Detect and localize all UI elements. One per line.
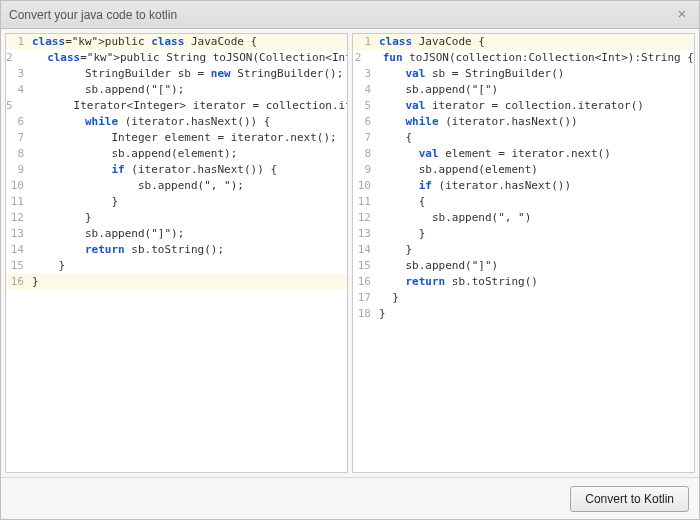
code-line[interactable]: 14 return sb.toString(); <box>6 242 347 258</box>
code-text: } <box>377 226 425 242</box>
code-text: val element = iterator.next() <box>377 146 611 162</box>
convert-dialog: Convert your java code to kotlin × 1clas… <box>0 0 700 520</box>
code-line[interactable]: 7 Integer element = iterator.next(); <box>6 130 347 146</box>
line-number: 1 <box>6 34 30 50</box>
code-text: StringBuilder sb = new StringBuilder(); <box>30 66 343 82</box>
dialog-titlebar: Convert your java code to kotlin × <box>1 1 699 29</box>
code-line[interactable]: 15 } <box>6 258 347 274</box>
dialog-body: 1class="kw">public class JavaCode {2 cla… <box>1 29 699 477</box>
code-line[interactable]: 9 if (iterator.hasNext()) { <box>6 162 347 178</box>
line-number: 3 <box>353 66 377 82</box>
line-number: 10 <box>6 178 30 194</box>
line-number: 10 <box>353 178 377 194</box>
code-text: class JavaCode { <box>377 34 485 50</box>
line-number: 7 <box>6 130 30 146</box>
code-text: } <box>377 290 399 306</box>
line-number: 6 <box>6 114 30 130</box>
line-number: 12 <box>6 210 30 226</box>
code-line[interactable]: 3 val sb = StringBuilder() <box>353 66 694 82</box>
code-line[interactable]: 11 } <box>6 194 347 210</box>
code-line[interactable]: 4 sb.append("[") <box>353 82 694 98</box>
line-number: 12 <box>353 210 377 226</box>
line-number: 16 <box>353 274 377 290</box>
code-line[interactable]: 13 } <box>353 226 694 242</box>
line-number: 7 <box>353 130 377 146</box>
code-text: sb.append(element) <box>377 162 538 178</box>
kotlin-editor[interactable]: 1class JavaCode {2 fun toJSON(collection… <box>352 33 695 473</box>
code-line[interactable]: 12 } <box>6 210 347 226</box>
code-line[interactable]: 1class="kw">public class JavaCode { <box>6 34 347 50</box>
code-text: } <box>377 242 412 258</box>
code-text: sb.append("["); <box>30 82 184 98</box>
line-number: 5 <box>6 98 19 114</box>
code-line[interactable]: 13 sb.append("]"); <box>6 226 347 242</box>
code-text: } <box>30 210 92 226</box>
line-number: 8 <box>6 146 30 162</box>
code-line[interactable]: 6 while (iterator.hasNext()) <box>353 114 694 130</box>
code-text: { <box>377 130 412 146</box>
code-text: return sb.toString() <box>377 274 538 290</box>
code-line[interactable]: 8 sb.append(element); <box>6 146 347 162</box>
code-text: while (iterator.hasNext()) <box>377 114 578 130</box>
code-line[interactable]: 4 sb.append("["); <box>6 82 347 98</box>
dialog-footer: Convert to Kotlin <box>1 477 699 519</box>
code-line[interactable]: 17 } <box>353 290 694 306</box>
code-line[interactable]: 15 sb.append("]") <box>353 258 694 274</box>
code-line[interactable]: 18} <box>353 306 694 322</box>
code-line[interactable]: 7 { <box>353 130 694 146</box>
code-line[interactable]: 9 sb.append(element) <box>353 162 694 178</box>
code-text: class="kw">public class JavaCode { <box>30 34 257 50</box>
code-text: val sb = StringBuilder() <box>377 66 564 82</box>
code-line[interactable]: 2 class="kw">public String toJSON(Collec… <box>6 50 347 66</box>
line-number: 15 <box>353 258 377 274</box>
code-line[interactable]: 12 sb.append(", ") <box>353 210 694 226</box>
line-number: 4 <box>6 82 30 98</box>
code-text: Integer element = iterator.next(); <box>30 130 337 146</box>
code-text: sb.append(element); <box>30 146 237 162</box>
code-text: val iterator = collection.iterator() <box>377 98 644 114</box>
code-text: } <box>30 274 39 290</box>
line-number: 14 <box>353 242 377 258</box>
code-line[interactable]: 14 } <box>353 242 694 258</box>
java-editor[interactable]: 1class="kw">public class JavaCode {2 cla… <box>5 33 348 473</box>
code-text: sb.append("]") <box>377 258 498 274</box>
line-number: 2 <box>6 50 19 66</box>
code-text: return sb.toString(); <box>30 242 224 258</box>
convert-button[interactable]: Convert to Kotlin <box>570 486 689 512</box>
code-text: sb.append("]"); <box>30 226 184 242</box>
line-number: 3 <box>6 66 30 82</box>
code-line[interactable]: 16 return sb.toString() <box>353 274 694 290</box>
line-number: 8 <box>353 146 377 162</box>
dialog-title: Convert your java code to kotlin <box>9 8 673 22</box>
code-text: { <box>377 194 425 210</box>
code-line[interactable]: 16} <box>6 274 347 290</box>
code-text: sb.append("[") <box>377 82 498 98</box>
code-line[interactable]: 10 sb.append(", "); <box>6 178 347 194</box>
code-line[interactable]: 5 val iterator = collection.iterator() <box>353 98 694 114</box>
line-number: 4 <box>353 82 377 98</box>
line-number: 17 <box>353 290 377 306</box>
line-number: 2 <box>353 50 367 66</box>
code-line[interactable]: 1class JavaCode { <box>353 34 694 50</box>
code-text: sb.append(", ") <box>377 210 531 226</box>
code-line[interactable]: 2 fun toJSON(collection:Collection<Int>)… <box>353 50 694 66</box>
code-text: if (iterator.hasNext()) { <box>30 162 277 178</box>
line-number: 13 <box>6 226 30 242</box>
code-text: class="kw">public String toJSON(Collecti… <box>19 50 348 66</box>
line-number: 9 <box>353 162 377 178</box>
code-line[interactable]: 11 { <box>353 194 694 210</box>
code-line[interactable]: 5 Iterator<Integer> iterator = collectio… <box>6 98 347 114</box>
line-number: 16 <box>6 274 30 290</box>
close-icon[interactable]: × <box>673 6 691 24</box>
code-text: sb.append(", "); <box>30 178 244 194</box>
code-line[interactable]: 10 if (iterator.hasNext()) <box>353 178 694 194</box>
line-number: 5 <box>353 98 377 114</box>
code-text: } <box>30 258 65 274</box>
line-number: 18 <box>353 306 377 322</box>
code-text: fun toJSON(collection:Collection<Int>):S… <box>367 50 694 66</box>
code-line[interactable]: 3 StringBuilder sb = new StringBuilder()… <box>6 66 347 82</box>
code-line[interactable]: 6 while (iterator.hasNext()) { <box>6 114 347 130</box>
code-line[interactable]: 8 val element = iterator.next() <box>353 146 694 162</box>
line-number: 15 <box>6 258 30 274</box>
code-text: Iterator<Integer> iterator = collection.… <box>19 98 348 114</box>
